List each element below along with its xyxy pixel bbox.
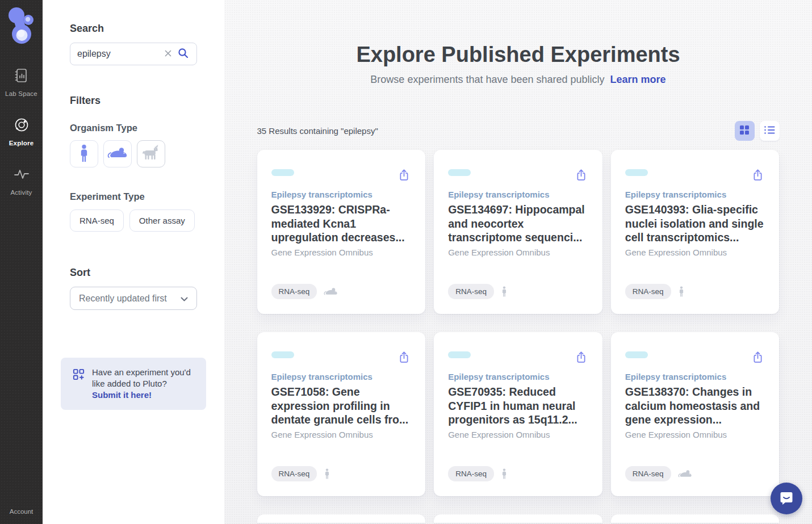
lab-notebook-icon: [12, 67, 30, 86]
sort-select[interactable]: Recently updated first: [70, 287, 197, 310]
assay-tag: RNA-seq: [625, 284, 671, 299]
sidebar-item-label: Activity: [10, 189, 32, 196]
page-title: Explore Published Experiments: [356, 42, 680, 67]
card-category: Epilepsy transcriptomics: [625, 190, 765, 199]
experiment-card[interactable]: Epilepsy transcriptomics GSE138370: Chan…: [611, 332, 780, 496]
card-tag-row: RNA-seq: [625, 284, 765, 299]
account-label: Account: [10, 508, 34, 515]
share-button[interactable]: [751, 167, 765, 185]
organism-filter-other[interactable]: [137, 140, 165, 167]
peek-card[interactable]: [434, 514, 602, 523]
card-header: [448, 349, 588, 362]
chat-launcher-button[interactable]: [771, 483, 802, 514]
card-category: Epilepsy transcriptomics: [448, 372, 588, 382]
card-tag-row: RNA-seq: [271, 284, 412, 299]
search-submit-button[interactable]: [177, 47, 190, 61]
share-button[interactable]: [574, 167, 588, 185]
x-clear-icon: [164, 49, 172, 59]
peek-card[interactable]: [611, 514, 780, 523]
clear-search-button[interactable]: [163, 48, 173, 60]
card-source: Gene Expression Omnibus: [271, 248, 412, 257]
banner-text-before: Have an experiment you'd like added to P…: [92, 367, 191, 388]
card-header: [625, 349, 765, 362]
pulse-icon: [12, 166, 31, 185]
learn-more-link[interactable]: Learn more: [610, 74, 666, 86]
share-icon: [398, 168, 410, 183]
organism-filter-mouse[interactable]: [103, 140, 132, 167]
card-title: GSE138370: Changes in calcium homeostasi…: [625, 385, 765, 427]
card-source: Gene Expression Omnibus: [271, 430, 412, 439]
card-source: Gene Expression Omnibus: [625, 248, 765, 257]
share-icon: [752, 350, 764, 366]
card-header: [271, 167, 412, 179]
card-accent-pill: [448, 351, 471, 358]
organism-type-heading: Organism Type: [70, 123, 197, 133]
magnifier-icon: [178, 48, 189, 60]
organism-filter-human[interactable]: [70, 140, 98, 167]
card-tag-row: RNA-seq: [625, 466, 765, 481]
human-organism-icon: [501, 468, 508, 479]
share-icon: [575, 168, 587, 183]
submit-it-here-link[interactable]: Submit it here: [92, 390, 149, 400]
assay-tag: RNA-seq: [448, 466, 494, 481]
share-button[interactable]: [574, 349, 588, 367]
mouse-icon: [107, 146, 128, 162]
card-tag-row: RNA-seq: [448, 284, 588, 299]
card-title: GSE70935: Reduced CYFIP1 in human neural…: [448, 385, 588, 427]
experiment-card[interactable]: Epilepsy transcriptomics GSE70935: Reduc…: [434, 332, 602, 496]
share-icon: [398, 350, 410, 366]
experiment-filter-other-assay[interactable]: Other assay: [129, 209, 195, 232]
experiment-card[interactable]: Epilepsy transcriptomics GSE71058: Gene …: [257, 332, 426, 496]
sort-heading: Sort: [70, 267, 197, 279]
card-category: Epilepsy transcriptomics: [448, 190, 588, 199]
experiment-type-row: RNA-seq Other assay: [70, 209, 197, 232]
grid-icon: [739, 125, 750, 137]
list-icon: [764, 125, 775, 136]
sidebar-item-activity[interactable]: Activity: [10, 166, 32, 196]
organism-filter-row: [70, 140, 197, 167]
mouse-organism-icon: [678, 469, 692, 479]
page-subtitle: Browse experiments that have been shared…: [370, 74, 604, 86]
list-view-toggle[interactable]: [760, 121, 780, 141]
card-title: GSE133929: CRISPRa-mediated Kcna1 upregu…: [271, 203, 412, 245]
human-icon: [78, 144, 90, 164]
card-category: Epilepsy transcriptomics: [271, 190, 412, 199]
share-button[interactable]: [397, 167, 411, 185]
results-count: 35 Results containing "epilepsy": [257, 126, 378, 136]
share-button[interactable]: [751, 349, 765, 367]
sidebar-item-label: Lab Space: [5, 90, 37, 97]
pluto-logo[interactable]: [7, 7, 36, 48]
experiment-card[interactable]: Epilepsy transcriptomics GSE140393: Glia…: [611, 150, 780, 314]
avatar: [10, 480, 34, 504]
card-accent-pill: [271, 351, 294, 358]
search-input[interactable]: [77, 49, 163, 59]
experiment-card[interactable]: Epilepsy transcriptomics GSE134697: Hipp…: [434, 150, 602, 314]
explore-main: Explore Published Experiments Browse exp…: [224, 0, 812, 524]
card-title: GSE134697: Hippocampal and neocortex tra…: [448, 203, 588, 245]
grid-view-toggle[interactable]: [735, 121, 755, 141]
nav-rail: Lab Space Explore Activity Account: [0, 0, 43, 524]
card-accent-pill: [625, 169, 648, 176]
sidebar-item-explore[interactable]: Explore: [9, 116, 34, 146]
search-heading: Search: [70, 23, 197, 35]
search-box: [70, 43, 197, 65]
view-toggles: [735, 121, 780, 141]
account-button[interactable]: Account: [10, 480, 34, 515]
orbit-icon: [13, 116, 30, 136]
human-organism-icon: [501, 286, 508, 297]
card-title: GSE71058: Gene expression profiling in d…: [271, 385, 412, 427]
share-button[interactable]: [397, 349, 411, 367]
experiment-filter-rna-seq[interactable]: RNA-seq: [70, 209, 124, 232]
card-category: Epilepsy transcriptomics: [625, 372, 765, 382]
sort-selected-value: Recently updated first: [79, 294, 167, 304]
unicorn-icon: [141, 144, 161, 164]
banner-text: Have an experiment you'd like added to P…: [92, 367, 197, 401]
results-toolbar: 35 Results containing "epilepsy": [257, 121, 780, 141]
card-tag-row: RNA-seq: [448, 466, 588, 481]
experiment-card[interactable]: Epilepsy transcriptomics GSE133929: CRIS…: [257, 150, 426, 314]
sidebar-item-label: Explore: [9, 140, 34, 146]
sidebar-item-lab-space[interactable]: Lab Space: [5, 67, 37, 97]
peek-card[interactable]: [257, 514, 426, 523]
banner-text-after: !: [149, 390, 152, 400]
card-source: Gene Expression Omnibus: [625, 430, 765, 439]
